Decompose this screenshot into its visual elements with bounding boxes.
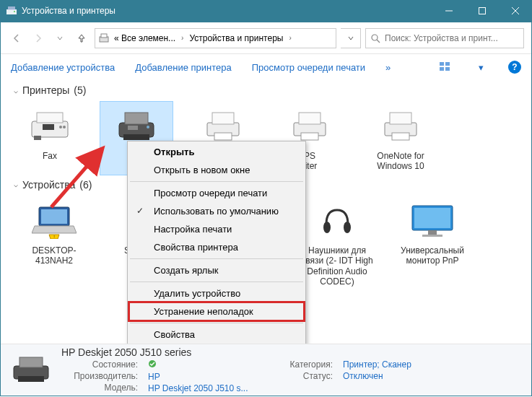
svg-rect-33 bbox=[390, 113, 411, 124]
svg-rect-14 bbox=[445, 67, 450, 71]
svg-point-2 bbox=[14, 11, 15, 12]
svg-rect-23 bbox=[123, 134, 149, 140]
group-count: (5) bbox=[74, 84, 86, 96]
maximize-button[interactable] bbox=[466, 0, 499, 22]
group-label: Принтеры bbox=[22, 84, 69, 96]
svg-rect-31 bbox=[301, 133, 318, 140]
toolbar: Добавление устройства Добавление принтер… bbox=[1, 54, 531, 80]
menu-open-new-window[interactable]: Открыть в новом окне bbox=[129, 161, 304, 179]
menu-view-queue[interactable]: Просмотр очереди печати bbox=[129, 184, 304, 202]
menu-set-default[interactable]: ✓Использовать по умолчанию bbox=[129, 202, 304, 220]
refresh-dropdown[interactable] bbox=[341, 28, 361, 48]
context-menu: Открыть Открыть в новом окне Просмотр оч… bbox=[127, 141, 306, 344]
svg-line-10 bbox=[377, 40, 380, 43]
window-title: Устройства и принтеры bbox=[22, 6, 432, 16]
close-button[interactable] bbox=[499, 0, 532, 22]
add-printer-button[interactable]: Добавление принтера bbox=[135, 62, 231, 73]
svg-rect-28 bbox=[214, 133, 232, 140]
menu-troubleshoot[interactable]: Устранение неполадок bbox=[129, 302, 304, 320]
address-bar: « Все элемен... › Устройства и принтеры … bbox=[1, 22, 531, 54]
status-label: Статус: bbox=[278, 371, 336, 381]
svg-point-39 bbox=[323, 222, 331, 233]
svg-rect-27 bbox=[212, 113, 234, 124]
svg-rect-42 bbox=[414, 208, 450, 228]
headphones-icon bbox=[300, 199, 375, 243]
state-value bbox=[148, 359, 271, 370]
help-button[interactable]: ? bbox=[508, 61, 521, 74]
svg-rect-48 bbox=[19, 357, 43, 367]
view-options-button[interactable] bbox=[439, 60, 453, 74]
menu-separator bbox=[130, 282, 303, 282]
back-button[interactable] bbox=[8, 30, 25, 47]
svg-rect-25 bbox=[128, 126, 138, 130]
menu-remove-device[interactable]: Удалить устройство bbox=[129, 284, 304, 302]
svg-rect-1 bbox=[8, 6, 15, 10]
recent-dropdown[interactable] bbox=[51, 30, 69, 47]
menu-separator bbox=[130, 258, 303, 259]
chevron-right-icon: › bbox=[180, 34, 185, 42]
status-bar: HP Deskjet 2050 J510 series Состояние: П… bbox=[1, 344, 531, 396]
printer-icon bbox=[363, 105, 438, 148]
category-label: Категория: bbox=[278, 359, 336, 370]
search-box[interactable] bbox=[365, 28, 524, 48]
svg-rect-12 bbox=[445, 62, 450, 66]
forward-button bbox=[30, 30, 47, 47]
svg-rect-22 bbox=[125, 113, 148, 124]
view-dropdown[interactable]: ▾ bbox=[474, 60, 488, 74]
svg-point-24 bbox=[147, 126, 149, 128]
manufacturer-value: HP bbox=[148, 372, 271, 382]
svg-rect-49 bbox=[18, 376, 44, 382]
svg-rect-30 bbox=[299, 113, 320, 124]
model-value: HP Deskjet 2050 J510 s... bbox=[148, 383, 271, 393]
toolbar-overflow[interactable]: » bbox=[385, 62, 391, 73]
svg-rect-11 bbox=[440, 62, 444, 66]
device-monitor[interactable]: Универсальный монитор PnP bbox=[392, 196, 473, 290]
selected-device-title: HP Deskjet 2050 J510 series bbox=[61, 346, 521, 358]
annotation-arrow bbox=[45, 141, 125, 213]
search-icon bbox=[370, 33, 380, 43]
menu-print-settings[interactable]: Настройка печати bbox=[129, 220, 304, 238]
app-icon bbox=[6, 5, 17, 17]
breadcrumb-segment[interactable]: « Все элемен... bbox=[111, 32, 178, 45]
content-area: ⌵ Принтеры (5) Fax HP PS riter OneNote f… bbox=[1, 80, 531, 344]
svg-rect-18 bbox=[43, 124, 54, 130]
check-icon: ✓ bbox=[136, 206, 144, 216]
svg-rect-16 bbox=[37, 113, 63, 123]
titlebar: Устройства и принтеры bbox=[0, 0, 532, 22]
svg-rect-8 bbox=[101, 34, 107, 38]
breadcrumb-segment[interactable]: Устройства и принтеры bbox=[186, 32, 286, 45]
svg-point-19 bbox=[59, 126, 62, 128]
model-label: Модель: bbox=[61, 383, 141, 393]
category-value: Принтер; Сканер bbox=[343, 359, 411, 370]
chevron-down-icon: ⌵ bbox=[14, 180, 18, 188]
svg-rect-0 bbox=[6, 9, 17, 14]
state-label: Состояние: bbox=[61, 359, 141, 370]
device-onenote[interactable]: OneNote for Windows 10 bbox=[360, 102, 441, 175]
menu-printer-properties[interactable]: Свойства принтера bbox=[129, 238, 304, 256]
svg-point-20 bbox=[63, 126, 66, 128]
up-button[interactable] bbox=[73, 30, 90, 47]
manufacturer-label: Производитель: bbox=[61, 371, 141, 381]
search-input[interactable] bbox=[385, 33, 519, 43]
svg-rect-44 bbox=[422, 235, 442, 237]
group-printers-header[interactable]: ⌵ Принтеры (5) bbox=[14, 80, 518, 102]
chevron-right-icon: › bbox=[287, 34, 292, 42]
device-headphones[interactable]: Наушники для связи (2- IDT High Definiti… bbox=[297, 196, 378, 290]
add-device-button[interactable]: Добавление устройства bbox=[11, 62, 115, 73]
breadcrumb[interactable]: « Все элемен... › Устройства и принтеры … bbox=[95, 28, 336, 48]
svg-line-46 bbox=[51, 151, 100, 207]
devices-printers-icon bbox=[98, 32, 110, 44]
svg-point-40 bbox=[344, 222, 351, 233]
menu-create-shortcut[interactable]: Создать ярлык bbox=[129, 261, 304, 279]
minimize-button[interactable] bbox=[432, 0, 466, 22]
view-queue-button[interactable]: Просмотр очереди печати bbox=[252, 62, 365, 73]
svg-point-9 bbox=[372, 35, 378, 40]
menu-properties[interactable]: Свойства bbox=[129, 326, 304, 344]
svg-rect-43 bbox=[428, 230, 437, 235]
monitor-icon bbox=[395, 199, 470, 243]
menu-open[interactable]: Открыть bbox=[129, 143, 304, 161]
selected-printer-icon bbox=[11, 356, 51, 385]
svg-rect-4 bbox=[479, 8, 486, 14]
svg-rect-17 bbox=[34, 136, 41, 140]
chevron-down-icon: ⌵ bbox=[14, 87, 18, 95]
